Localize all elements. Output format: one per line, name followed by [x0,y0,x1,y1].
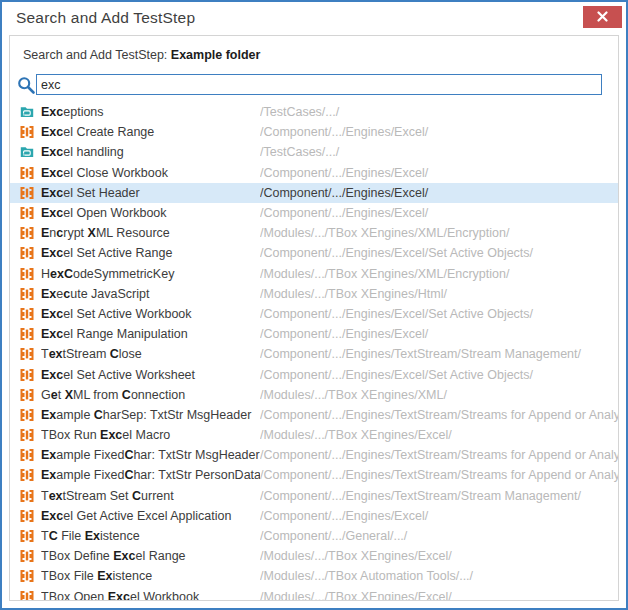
teststep-path: /Component/.../Engines/TextStream/Stream… [260,448,618,462]
teststep-name: TBox Define Excel Range [41,549,260,563]
teststep-path: /Modules/.../TBox XEngines/Excel/ [260,549,618,563]
magnifier-icon [17,76,36,95]
teststep-name: TextStream Set Current [41,489,260,503]
teststep-path: /Modules/.../TBox XEngines/XML/Encryptio… [260,226,618,240]
list-item[interactable]: Execute JavaScript/Modules/.../TBox XEng… [10,284,618,304]
list-item[interactable]: TextStream Close/Component/.../Engines/T… [10,344,618,364]
teststep-name: Execute JavaScript [41,287,260,301]
list-item[interactable]: Excel Set Active Range/Component/.../Eng… [10,243,618,263]
teststep-path: /Modules/.../TBox Automation Tools/.../ [260,569,618,583]
list-item[interactable]: Get XML from Connection/Modules/.../TBox… [10,385,618,405]
teststep-path: /Component/.../Engines/Excel/ [260,186,618,200]
x-icon [597,8,608,26]
list-item[interactable]: Excel Set Active Workbook/Component/.../… [10,304,618,324]
teststep-icon [20,186,34,200]
teststep-list: Exceptions/TestCases/.../Excel Create Ra… [10,102,618,600]
teststep-name: Excel Set Active Workbook [41,307,260,321]
teststep-path: /Component/.../Engines/Excel/Set Active … [260,307,618,321]
teststep-name: TBox Run Excel Macro [41,428,260,442]
list-item[interactable]: TextStream Set Current/Component/.../Eng… [10,486,618,506]
teststep-icon [20,549,34,563]
teststep-path: /TestCases/.../ [260,105,618,119]
teststep-icon [20,468,34,482]
teststep-path: /Component/.../Engines/Excel/Set Active … [260,368,618,382]
list-item[interactable]: TC File Existence/Component/.../General/… [10,526,618,546]
teststep-icon [20,509,34,523]
teststep-icon [20,125,34,139]
list-item[interactable]: Exceptions/TestCases/.../ [10,102,618,122]
teststep-name: Excel Create Range [41,125,260,139]
teststep-path: /Component/.../Engines/Excel/ [260,509,618,523]
teststep-icon [20,529,34,543]
list-item[interactable]: TBox Define Excel Range/Modules/.../TBox… [10,546,618,566]
search-input[interactable] [36,74,602,95]
teststep-icon [20,408,34,422]
teststep-path: /Component/.../Engines/TextStream/Stream… [260,347,618,361]
dialog-title: Search and Add TestStep [16,9,195,27]
teststep-path: /Component/.../Engines/TextStream/Stream… [260,468,618,482]
list-item[interactable]: Excel Create Range/Component/.../Engines… [10,122,618,142]
teststep-path: /Modules/.../TBox XEngines/XML/Encryptio… [260,267,618,281]
teststep-name: Example FixedChar: TxtStr PersonData [41,468,260,482]
teststep-name: TextStream Close [41,347,260,361]
teststep-path: /Component/.../Engines/Excel/ [260,166,618,180]
teststep-path: /Modules/.../TBox XEngines/Html/ [260,287,618,301]
teststep-icon [20,590,34,600]
list-item[interactable]: Excel Open Workbook/Component/.../Engine… [10,203,618,223]
teststep-icon [20,287,34,301]
list-item[interactable]: Excel Close Workbook/Component/.../Engin… [10,163,618,183]
teststep-icon [20,388,34,402]
list-item[interactable]: HexCodeSymmetricKey/Modules/.../TBox XEn… [10,264,618,284]
teststep-path: /Component/.../Engines/TextStream/Stream… [260,489,618,503]
teststep-icon [20,307,34,321]
close-button[interactable] [583,6,622,28]
dialog-titlebar: Search and Add TestStep [2,2,626,35]
list-item[interactable]: TBox Open Excel Workbook/Modules/.../TBo… [10,587,618,601]
list-item[interactable]: Excel handling/TestCases/.../ [10,142,618,162]
folder-icon [20,105,34,119]
list-item[interactable]: TBox File Existence/Modules/.../TBox Aut… [10,566,618,586]
dialog-body-panel: Search and Add TestStep: Example folder … [9,35,619,601]
teststep-name: TBox File Existence [41,569,260,583]
teststep-name: Excel Open Workbook [41,206,260,220]
list-item[interactable]: Excel Set Active Worksheet/Component/...… [10,364,618,384]
teststep-name: Example CharSep: TxtStr MsgHeader [41,408,260,422]
teststep-name: TBox Open Excel Workbook [41,590,260,600]
list-item[interactable]: Example FixedChar: TxtStr PersonData/Com… [10,465,618,485]
list-item[interactable]: Example CharSep: TxtStr MsgHeader/Compon… [10,405,618,425]
teststep-name: Encrypt XML Resource [41,226,260,240]
folder-icon [20,145,34,159]
list-item[interactable]: TBox Run Excel Macro/Modules/.../TBox XE… [10,425,618,445]
teststep-name: Example FixedChar: TxtStr MsgHeader [41,448,260,462]
list-item[interactable]: Encrypt XML Resource/Modules/.../TBox XE… [10,223,618,243]
subtitle-prefix: Search and Add TestStep: [23,48,171,62]
teststep-path: /Modules/.../TBox XEngines/Excel/ [260,590,618,600]
teststep-icon [20,489,34,503]
teststep-icon [20,569,34,583]
teststep-path: /Component/.../General/.../ [260,529,618,543]
teststep-path: /Modules/.../TBox XEngines/Excel/ [260,428,618,442]
list-item[interactable]: Excel Set Header/Component/.../Engines/E… [10,183,618,203]
list-item[interactable]: Excel Get Active Excel Application/Compo… [10,506,618,526]
teststep-icon [20,428,34,442]
teststep-icon [20,327,34,341]
teststep-icon [20,267,34,281]
teststep-path: /TestCases/.../ [260,145,618,159]
teststep-icon [20,448,34,462]
teststep-name: Excel Range Manipulation [41,327,260,341]
teststep-icon [20,347,34,361]
dialog-subtitle: Search and Add TestStep: Example folder [23,48,260,62]
teststep-path: /Component/.../Engines/Excel/ [260,125,618,139]
teststep-path: /Component/.../Engines/Excel/ [260,206,618,220]
teststep-path: /Modules/.../TBox XEngines/XML/ [260,388,618,402]
teststep-name: Excel Set Header [41,186,260,200]
subtitle-target-folder: Example folder [171,48,261,62]
teststep-path: /Component/.../Engines/Excel/ [260,327,618,341]
teststep-name: Excel Close Workbook [41,166,260,180]
list-item[interactable]: Excel Range Manipulation/Component/.../E… [10,324,618,344]
teststep-icon [20,166,34,180]
teststep-icon [20,246,34,260]
list-item[interactable]: Example FixedChar: TxtStr MsgHeader/Comp… [10,445,618,465]
teststep-name: Exceptions [41,105,260,119]
teststep-name: Excel Set Active Worksheet [41,368,260,382]
